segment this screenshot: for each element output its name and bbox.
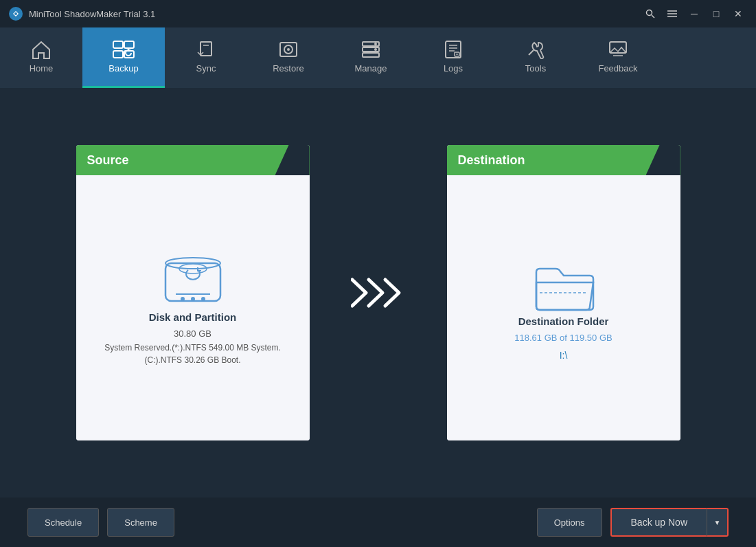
nav-label-tools: Tools [525, 63, 546, 74]
svg-point-35 [181, 297, 185, 301]
logs-icon [443, 40, 463, 59]
minimize-button[interactable]: ─ [685, 6, 704, 21]
maximize-button[interactable]: □ [707, 6, 726, 21]
nav-bar: Home Backup Sync Restore [0, 27, 756, 88]
svg-rect-8 [124, 41, 134, 48]
svg-rect-7 [113, 41, 123, 48]
destination-header-tab [646, 145, 680, 175]
title-bar: MiniTool ShadowMaker Trial 3.1 ─ □ ✕ [0, 0, 756, 27]
svg-rect-9 [113, 51, 123, 58]
menu-icon [667, 10, 677, 17]
source-card-body[interactable]: Disk and Partition 30.80 GB System Reser… [76, 175, 310, 440]
source-card[interactable]: Source Disk and Parti [76, 145, 310, 440]
nav-label-restore: Restore [273, 63, 304, 74]
svg-line-3 [652, 15, 654, 18]
svg-point-20 [374, 43, 377, 45]
source-title: Disk and Partition [149, 311, 237, 323]
bottom-bar: Schedule Scheme Options Back up Now ▼ [0, 498, 756, 547]
bottom-right-actions: Options Back up Now ▼ [537, 508, 729, 537]
feedback-icon [608, 40, 628, 59]
app-title: MiniTool ShadowMaker Trial 3.1 [29, 9, 635, 19]
source-header-tab [275, 145, 310, 175]
tools-icon [525, 40, 547, 59]
main-content: Source Disk and Parti [0, 88, 756, 498]
destination-card-body[interactable]: Destination Folder 118.61 GB of 119.50 G… [447, 175, 680, 440]
options-button[interactable]: Options [537, 508, 602, 537]
svg-point-21 [374, 48, 377, 51]
close-button[interactable]: ✕ [729, 6, 748, 21]
svg-point-1 [14, 12, 17, 15]
app-logo [8, 6, 23, 21]
svg-point-36 [191, 297, 195, 301]
destination-card-header: Destination [447, 145, 680, 175]
arrow-section [337, 263, 420, 322]
svg-point-37 [201, 297, 205, 301]
destination-card[interactable]: Destination Destination Folder 118.61 GB… [447, 145, 680, 440]
source-details: System Reserved.(*:).NTFS 549.00 MB Syst… [104, 342, 281, 366]
nav-item-logs[interactable]: Logs [412, 27, 494, 88]
scheme-button[interactable]: Scheme [107, 508, 174, 537]
nav-label-feedback: Feedback [598, 63, 637, 74]
search-icon [645, 9, 655, 19]
destination-path: I:\ [560, 350, 568, 361]
folder-icon [529, 255, 598, 315]
destination-label: Destination [458, 153, 525, 168]
home-icon [30, 40, 52, 59]
window-controls: ─ □ ✕ [641, 6, 748, 21]
nav-item-restore[interactable]: Restore [247, 27, 330, 88]
restore-icon [277, 40, 299, 59]
nav-item-home[interactable]: Home [0, 27, 82, 88]
search-button[interactable] [641, 6, 660, 21]
nav-label-logs: Logs [444, 63, 463, 74]
nav-label-sync: Sync [196, 63, 216, 74]
backup-dropdown-button[interactable]: ▼ [707, 508, 729, 537]
destination-title: Destination Folder [518, 315, 609, 327]
svg-point-2 [647, 10, 652, 16]
nav-item-sync[interactable]: Sync [165, 27, 247, 88]
manage-icon [360, 40, 381, 59]
nav-item-backup[interactable]: Backup [82, 27, 165, 88]
schedule-button[interactable]: Schedule [27, 508, 99, 537]
backup-icon [112, 40, 135, 59]
nav-label-home: Home [30, 63, 54, 74]
forward-arrows-icon [351, 277, 406, 309]
dropdown-arrow-icon: ▼ [714, 519, 721, 526]
nav-item-feedback[interactable]: Feedback [577, 27, 659, 88]
source-size: 30.80 GB [174, 328, 211, 339]
sync-icon [196, 40, 216, 59]
bottom-left-actions: Schedule Scheme [27, 508, 174, 537]
backup-now-button[interactable]: Back up Now [610, 508, 707, 537]
nav-label-manage: Manage [355, 63, 387, 74]
nav-label-backup: Backup [108, 63, 138, 74]
source-card-header: Source [76, 145, 310, 175]
svg-point-16 [287, 48, 290, 51]
destination-size: 118.61 GB of 119.50 GB [514, 333, 612, 343]
disk-icon [155, 249, 231, 311]
menu-button[interactable] [663, 6, 682, 21]
source-label: Source [87, 153, 129, 168]
svg-line-28 [529, 50, 534, 55]
svg-rect-22 [446, 41, 461, 58]
nav-item-manage[interactable]: Manage [330, 27, 412, 88]
svg-rect-19 [363, 53, 379, 57]
nav-item-tools[interactable]: Tools [494, 27, 577, 88]
